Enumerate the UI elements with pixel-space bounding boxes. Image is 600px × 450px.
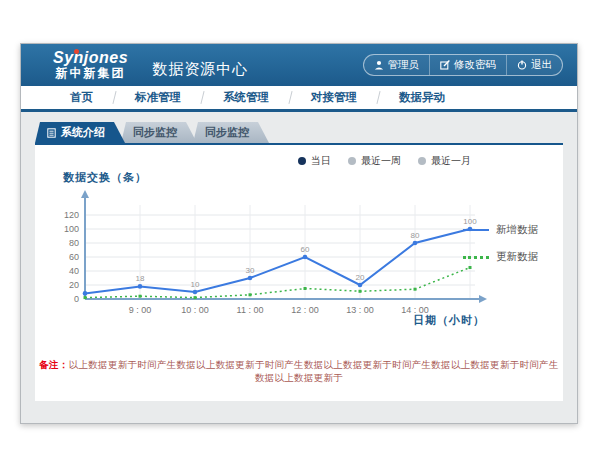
page-title: 数据资源中心	[152, 52, 248, 79]
company-logo[interactable]: Synjones 新中新集团	[53, 50, 128, 79]
svg-text:60: 60	[301, 245, 310, 254]
svg-text:10: 10	[191, 280, 200, 289]
nav-item-system-mgmt[interactable]: 系统管理	[202, 86, 290, 109]
nav-item-standard-mgmt[interactable]: 标准管理	[114, 86, 202, 109]
document-icon	[47, 128, 56, 138]
svg-text:11 : 00: 11 : 00	[237, 305, 264, 315]
svg-text:12 : 00: 12 : 00	[291, 305, 319, 315]
user-icon	[374, 60, 384, 70]
user-action-bar: 管理员 修改密码 退出	[363, 54, 564, 76]
edit-icon	[440, 60, 450, 70]
logout-icon	[517, 60, 527, 70]
tab-sync-monitor-2[interactable]: 同步监控	[193, 122, 269, 143]
change-password-label: 修改密码	[454, 58, 496, 72]
blue-line-sample	[463, 229, 489, 231]
tab-label: 系统介绍	[61, 122, 105, 143]
svg-text:60: 60	[69, 252, 79, 262]
legend-label: 新增数据	[496, 223, 538, 237]
svg-text:20: 20	[69, 280, 79, 290]
filter-today[interactable]: 当日	[298, 154, 331, 168]
app-header: Synjones 新中新集团 数据资源中心 管理员 修改密码	[21, 44, 577, 86]
svg-text:80: 80	[411, 231, 420, 240]
legend-label: 更新数据	[496, 250, 538, 264]
filter-label: 最近一月	[431, 154, 471, 168]
svg-text:30: 30	[246, 266, 255, 275]
footnote-label: 备注：	[39, 359, 68, 370]
green-dotted-line-sample	[463, 256, 489, 259]
tab-bar: 系统介绍 同步监控 同步监控	[35, 122, 563, 143]
logout-label: 退出	[531, 58, 552, 72]
legend-new-data[interactable]: 新增数据	[463, 223, 547, 237]
main-nav: 首页 标准管理 系统管理 对接管理 数据异动	[21, 86, 577, 112]
legend-updated-data[interactable]: 更新数据	[463, 250, 547, 264]
logo-company-name: Synjones	[53, 50, 128, 67]
y-axis-title: 数据交换（条）	[63, 170, 147, 185]
chart-canvas: 0204060801001209 : 0010 : 0011 : 0012 : …	[51, 187, 491, 319]
svg-text:120: 120	[64, 210, 79, 220]
tab-system-intro[interactable]: 系统介绍	[35, 122, 125, 143]
nav-item-interface-mgmt[interactable]: 对接管理	[290, 86, 378, 109]
chart-panel: 当日 最近一周 最近一月 数据交换（条） 0204060801001209 : …	[35, 143, 563, 401]
current-user-button[interactable]: 管理员	[364, 55, 430, 75]
change-password-button[interactable]: 修改密码	[429, 55, 506, 75]
tab-label: 同步监控	[133, 122, 177, 143]
filter-label: 最近一周	[361, 154, 401, 168]
nav-item-data-change[interactable]: 数据异动	[378, 86, 466, 109]
svg-text:18: 18	[136, 274, 145, 283]
svg-text:100: 100	[64, 224, 79, 234]
content-area: 系统介绍 同步监控 同步监控 当日 最近一周	[21, 112, 577, 401]
svg-text:9 : 00: 9 : 00	[129, 305, 152, 315]
svg-text:20: 20	[356, 273, 365, 282]
footnote: 备注：以上数据更新于时间产生数据以上数据更新于时间产生数据以上数据更新于时间产生…	[35, 359, 563, 385]
time-range-filters: 当日 最近一周 最近一月	[298, 154, 471, 168]
svg-text:0: 0	[74, 294, 79, 304]
logout-button[interactable]: 退出	[506, 55, 562, 75]
logo-group-name: 新中新集团	[53, 67, 128, 80]
series-legend: 新增数据 更新数据	[463, 223, 547, 277]
footnote-text: 以上数据更新于时间产生数据以上数据更新于时间产生数据以上数据更新于时间产生数据以…	[69, 359, 559, 383]
svg-text:10 : 00: 10 : 00	[181, 305, 209, 315]
nav-item-home[interactable]: 首页	[49, 86, 114, 109]
x-axis-title: 日期（小时）	[413, 313, 485, 328]
filter-last-month[interactable]: 最近一月	[418, 154, 471, 168]
radio-selected-icon	[298, 157, 306, 165]
filter-label: 当日	[311, 154, 331, 168]
svg-text:13 : 00: 13 : 00	[346, 305, 374, 315]
radio-unselected-icon	[418, 157, 426, 165]
svg-text:80: 80	[69, 238, 79, 248]
app-window: Synjones 新中新集团 数据资源中心 管理员 修改密码	[20, 43, 578, 424]
user-label: 管理员	[388, 58, 420, 72]
line-chart: 0204060801001209 : 0010 : 0011 : 0012 : …	[51, 187, 491, 323]
tab-label: 同步监控	[205, 122, 249, 143]
tab-sync-monitor-1[interactable]: 同步监控	[121, 122, 197, 143]
radio-unselected-icon	[348, 157, 356, 165]
svg-text:40: 40	[69, 266, 79, 276]
filter-last-week[interactable]: 最近一周	[348, 154, 401, 168]
